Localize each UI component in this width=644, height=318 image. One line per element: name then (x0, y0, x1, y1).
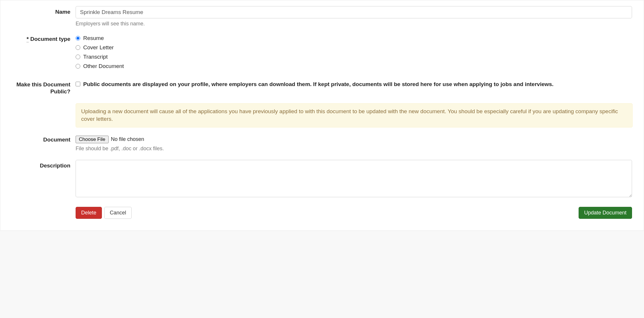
doctype-label-other[interactable]: Other Document (83, 63, 124, 69)
public-checkbox-row: Public documents are displayed on your p… (76, 81, 632, 88)
public-row: Make this Document Public? Public docume… (0, 81, 644, 95)
file-chosen-status: No file chosen (111, 136, 144, 142)
description-label: Description (8, 160, 76, 169)
name-label: Name (8, 6, 76, 15)
delete-button[interactable]: Delete (76, 207, 102, 219)
button-row: Delete Cancel Update Document (0, 207, 644, 219)
document-type-options: Resume Cover Letter Transcript Other Doc… (76, 35, 636, 72)
left-buttons: Delete Cancel (76, 207, 132, 219)
public-description[interactable]: Public documents are displayed on your p… (83, 81, 554, 88)
document-form: Name Employers will see this name. * Doc… (0, 0, 644, 231)
update-document-button[interactable]: Update Document (579, 207, 632, 219)
cancel-button[interactable]: Cancel (104, 207, 132, 219)
document-type-row: * Document type Resume Cover Letter Tran… (0, 35, 644, 72)
doctype-radio-cover-letter[interactable] (76, 45, 80, 50)
name-row: Name Employers will see this name. (0, 6, 644, 27)
document-row: Document Choose File No file chosen File… (0, 136, 644, 152)
name-input[interactable] (76, 6, 632, 18)
document-label: Document (8, 136, 76, 143)
doctype-label-resume[interactable]: Resume (83, 35, 104, 41)
doctype-label-cover-letter[interactable]: Cover Letter (83, 44, 114, 51)
document-help: File should be .pdf, .doc or .docx files… (76, 146, 632, 152)
description-row: Description (0, 160, 644, 199)
public-label: Make this Document Public? (8, 81, 76, 95)
doctype-option-other: Other Document (76, 63, 632, 69)
doctype-radio-transcript[interactable] (76, 55, 80, 59)
doctype-radio-resume[interactable] (76, 36, 80, 41)
required-mark: * (27, 36, 29, 42)
doctype-radio-other[interactable] (76, 64, 80, 69)
doctype-option-resume: Resume (76, 35, 632, 41)
choose-file-button[interactable]: Choose File (76, 136, 109, 143)
file-chooser: Choose File No file chosen (76, 136, 144, 143)
doctype-option-transcript: Transcript (76, 54, 632, 60)
description-textarea[interactable] (76, 160, 632, 197)
name-help: Employers will see this name. (76, 21, 632, 27)
public-checkbox[interactable] (76, 82, 80, 86)
doctype-option-cover-letter: Cover Letter (76, 44, 632, 51)
upload-warning: Uploading a new document will cause all … (76, 103, 633, 127)
document-type-label: * Document type (8, 35, 76, 43)
doctype-label-transcript[interactable]: Transcript (83, 54, 108, 60)
